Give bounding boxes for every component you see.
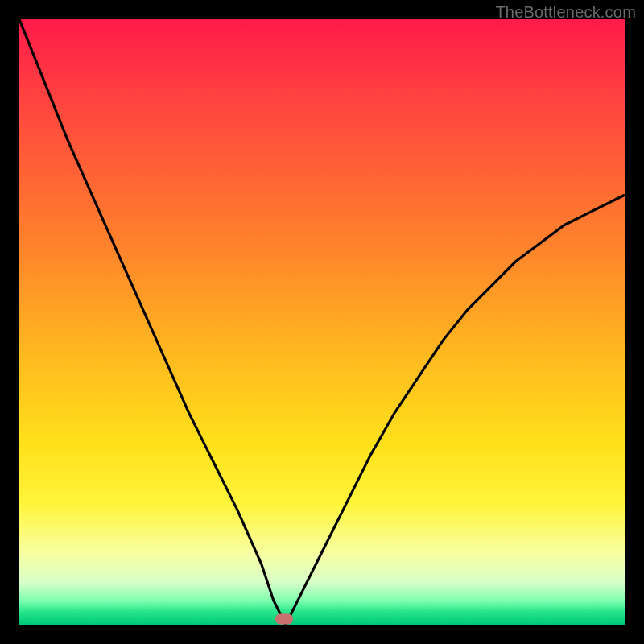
chart-container: TheBottleneck.com [0, 0, 644, 644]
plot-area [19, 19, 625, 625]
optimal-marker [275, 614, 293, 625]
watermark-text: TheBottleneck.com [495, 3, 636, 22]
bottleneck-curve [19, 19, 625, 625]
